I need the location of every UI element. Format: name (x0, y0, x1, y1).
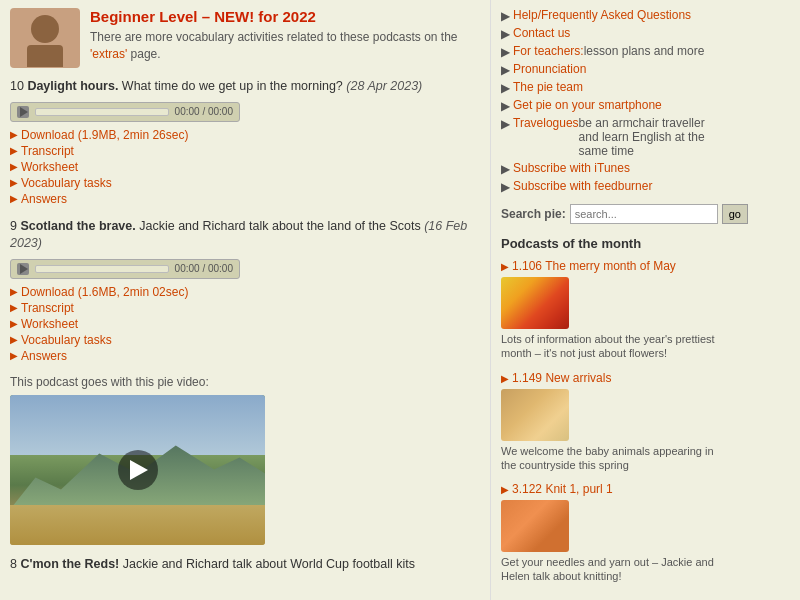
progress-bar-2[interactable] (35, 265, 169, 273)
podcast-title-2: 9 Scotland the brave. Jackie and Richard… (10, 218, 480, 253)
avatar (10, 8, 80, 68)
sidebar-item-contact: ▶ Contact us (501, 26, 720, 41)
sidebar-item-travelogues: ▶ Travelogues be an armchair traveller a… (501, 116, 720, 158)
video-play-button[interactable] (118, 450, 158, 490)
podcast-month-desc-2: We welcome the baby animals appearing in… (501, 444, 720, 473)
travelogues-link[interactable]: Travelogues (513, 116, 579, 130)
arrow-icon: ▶ (501, 117, 510, 131)
worksheet-link-1[interactable]: Worksheet (21, 160, 78, 174)
video-play-icon (130, 460, 148, 480)
thumb-knitting-image (501, 500, 569, 552)
sidebar-item-smartphone: ▶ Get pie on your smartphone (501, 98, 720, 113)
play-button-1[interactable] (17, 106, 29, 118)
search-button[interactable]: go (722, 204, 748, 224)
podcast-date-1: (28 Apr 2023) (346, 79, 422, 93)
arrow-icon: ▶ (10, 334, 18, 345)
podcast-month-thumb-3 (501, 500, 569, 552)
arrow-icon: ▶ (501, 9, 510, 23)
podcast-month-desc-3: Get your needles and yarn out – Jackie a… (501, 555, 720, 584)
podcast-month-thumb-1 (501, 277, 569, 329)
play-icon-1 (20, 107, 28, 117)
search-input[interactable] (570, 204, 718, 224)
podcast-month-thumb-2 (501, 389, 569, 441)
arrow-icon: ▶ (10, 193, 18, 204)
podcast-entry-2: 9 Scotland the brave. Jackie and Richard… (10, 218, 480, 363)
teachers-link[interactable]: For teachers: (513, 44, 584, 58)
podcast-name-2: Scotland the brave. (20, 219, 135, 233)
audio-player-1[interactable]: 00:00 / 00:00 (10, 102, 240, 122)
arrow-icon: ▶ (10, 145, 18, 156)
podcast-month-title-link-3[interactable]: 3.122 Knit 1, purl 1 (512, 482, 613, 496)
arrow-icon: ▶ (10, 350, 18, 361)
podcasts-of-month: Podcasts of the month ▶ 1.106 The merry … (501, 236, 720, 584)
arrow-icon: ▶ (501, 261, 509, 272)
transcript-link-1[interactable]: Transcript (21, 144, 74, 158)
transcript-link-2[interactable]: Transcript (21, 301, 74, 315)
video-thumbnail[interactable] (10, 395, 265, 545)
transcript-item-1: ▶ Transcript (10, 144, 480, 158)
sidebar: ▶ Help/Frequently Asked Questions ▶ Cont… (490, 0, 730, 600)
travelogues-suffix: be an armchair traveller and learn Engli… (579, 116, 720, 158)
feedburner-link[interactable]: Subscribe with feedburner (513, 179, 652, 193)
arrow-icon: ▶ (501, 81, 510, 95)
sidebar-item-help: ▶ Help/Frequently Asked Questions (501, 8, 720, 23)
podcast-month-title-link-1[interactable]: 1.106 The merry month of May (512, 259, 676, 273)
arrow-icon: ▶ (501, 99, 510, 113)
next-desc: Jackie and Richard talk about World Cup … (123, 557, 415, 571)
worksheet-item-2: ▶ Worksheet (10, 317, 480, 331)
next-entry-title: 8 C'mon the Reds! Jackie and Richard tal… (10, 557, 480, 571)
arrow-icon: ▶ (501, 27, 510, 41)
page-container: Beginner Level – NEW! for 2022 There are… (0, 0, 800, 600)
help-link[interactable]: Help/Frequently Asked Questions (513, 8, 691, 22)
podcast-month-link-2: ▶ 1.149 New arrivals (501, 371, 720, 385)
podcast-desc-2: Jackie and Richard talk about the land o… (139, 219, 420, 233)
answers-link-1[interactable]: Answers (21, 192, 67, 206)
video-description: This podcast goes with this pie video: (10, 375, 480, 389)
banner: Beginner Level – NEW! for 2022 There are… (10, 8, 480, 68)
sidebar-links: ▶ Help/Frequently Asked Questions ▶ Cont… (501, 8, 720, 194)
sidebar-item-teachers: ▶ For teachers: lesson plans and more (501, 44, 720, 59)
progress-bar-1[interactable] (35, 108, 169, 116)
download-link-2[interactable]: Download (1.6MB, 2min 02sec) (21, 285, 188, 299)
pie-team-link[interactable]: The pie team (513, 80, 583, 94)
next-title: C'mon the Reds! (20, 557, 119, 571)
time-display-1: 00:00 / 00:00 (175, 106, 233, 117)
podcast-number-2: 9 (10, 219, 20, 233)
vocabulary-link-1[interactable]: Vocabulary tasks (21, 176, 112, 190)
download-link-1[interactable]: Download (1.9MB, 2min 26sec) (21, 128, 188, 142)
banner-description: There are more vocabulary activities rel… (90, 29, 480, 63)
teachers-suffix: lesson plans and more (584, 44, 705, 58)
arrow-icon: ▶ (10, 129, 18, 140)
arrow-icon: ▶ (10, 286, 18, 297)
extras-link[interactable]: 'extras' (90, 47, 127, 61)
thumb-squirrel-image (501, 389, 569, 441)
pronunciation-link[interactable]: Pronunciation (513, 62, 586, 76)
audio-player-2[interactable]: 00:00 / 00:00 (10, 259, 240, 279)
podcast-month-item-2: ▶ 1.149 New arrivals We welcome the baby… (501, 371, 720, 473)
podcast-month-title-link-2[interactable]: 1.149 New arrivals (512, 371, 611, 385)
arrow-icon: ▶ (501, 484, 509, 495)
contact-link[interactable]: Contact us (513, 26, 570, 40)
download-item-1: ▶ Download (1.9MB, 2min 26sec) (10, 128, 480, 142)
itunes-link[interactable]: Subscribe with iTunes (513, 161, 630, 175)
smartphone-link[interactable]: Get pie on your smartphone (513, 98, 662, 112)
podcast-number-1: 10 (10, 79, 27, 93)
video-sky (10, 395, 265, 455)
play-button-2[interactable] (17, 263, 29, 275)
arrow-icon: ▶ (501, 45, 510, 59)
avatar-body (27, 45, 63, 67)
podcast-links-2: ▶ Download (1.6MB, 2min 02sec) ▶ Transcr… (10, 285, 480, 363)
worksheet-link-2[interactable]: Worksheet (21, 317, 78, 331)
banner-title: Beginner Level – NEW! for 2022 (90, 8, 480, 25)
podcast-name-1: Daylight hours. (27, 79, 118, 93)
vocabulary-item-2: ▶ Vocabulary tasks (10, 333, 480, 347)
podcast-month-item-1: ▶ 1.106 The merry month of May Lots of i… (501, 259, 720, 361)
vocabulary-link-2[interactable]: Vocabulary tasks (21, 333, 112, 347)
answers-item-2: ▶ Answers (10, 349, 480, 363)
answers-link-2[interactable]: Answers (21, 349, 67, 363)
arrow-icon: ▶ (10, 161, 18, 172)
main-content: Beginner Level – NEW! for 2022 There are… (0, 0, 490, 600)
sidebar-item-pie-team: ▶ The pie team (501, 80, 720, 95)
podcast-month-desc-1: Lots of information about the year's pre… (501, 332, 720, 361)
video-ground (10, 505, 265, 545)
